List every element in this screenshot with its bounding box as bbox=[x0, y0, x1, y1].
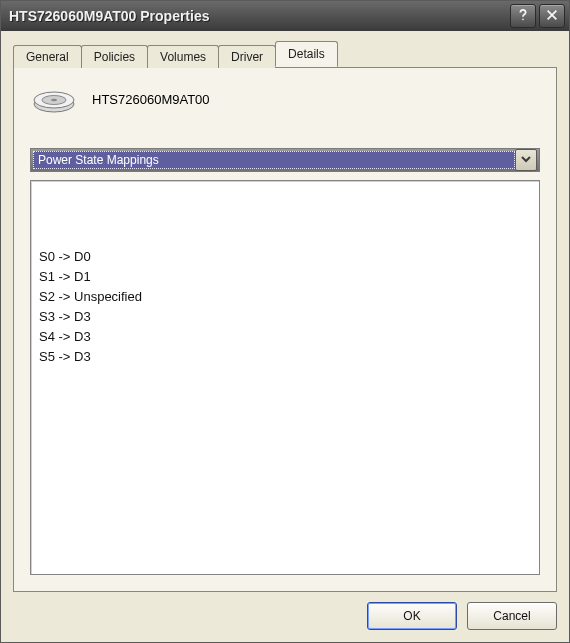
title-bar: HTS726060M9AT00 Properties bbox=[1, 1, 569, 31]
button-label: Cancel bbox=[493, 609, 530, 623]
help-icon bbox=[516, 8, 530, 25]
properties-dialog: HTS726060M9AT00 Properties General Polic… bbox=[0, 0, 570, 643]
list-item[interactable]: S4 -> D3 bbox=[39, 327, 531, 347]
tab-volumes[interactable]: Volumes bbox=[147, 45, 219, 68]
tab-label: Volumes bbox=[160, 50, 206, 64]
tab-label: Policies bbox=[94, 50, 135, 64]
list-item[interactable]: S0 -> D0 bbox=[39, 247, 531, 267]
list-item[interactable]: S3 -> D3 bbox=[39, 307, 531, 327]
tab-label: Driver bbox=[231, 50, 263, 64]
svg-point-0 bbox=[522, 18, 524, 20]
tab-details[interactable]: Details bbox=[275, 41, 338, 67]
list-item[interactable]: S5 -> D3 bbox=[39, 347, 531, 367]
dropdown-arrow-button[interactable] bbox=[515, 149, 537, 171]
disk-drive-icon bbox=[32, 84, 76, 114]
close-icon bbox=[545, 8, 559, 25]
tab-label: General bbox=[26, 50, 69, 64]
dialog-button-row: OK Cancel bbox=[13, 592, 557, 630]
device-header: HTS726060M9AT00 bbox=[30, 82, 540, 126]
ok-button[interactable]: OK bbox=[367, 602, 457, 630]
tab-label: Details bbox=[288, 47, 325, 61]
close-button[interactable] bbox=[539, 4, 565, 28]
property-dropdown[interactable]: Power State Mappings bbox=[30, 148, 540, 172]
property-values-list[interactable]: S0 -> D0S1 -> D1S2 -> UnspecifiedS3 -> D… bbox=[30, 180, 540, 575]
help-button[interactable] bbox=[510, 4, 536, 28]
client-area: General Policies Volumes Driver Details … bbox=[1, 31, 569, 642]
cancel-button[interactable]: Cancel bbox=[467, 602, 557, 630]
window-title: HTS726060M9AT00 Properties bbox=[9, 8, 507, 24]
svg-point-6 bbox=[51, 99, 57, 101]
list-item[interactable]: S1 -> D1 bbox=[39, 267, 531, 287]
button-label: OK bbox=[403, 609, 420, 623]
device-name: HTS726060M9AT00 bbox=[92, 92, 210, 107]
list-item[interactable]: S2 -> Unspecified bbox=[39, 287, 531, 307]
chevron-down-icon bbox=[521, 153, 531, 167]
property-dropdown-selected: Power State Mappings bbox=[33, 151, 515, 169]
tab-strip: General Policies Volumes Driver Details bbox=[13, 41, 557, 67]
tab-policies[interactable]: Policies bbox=[81, 45, 148, 68]
tab-general[interactable]: General bbox=[13, 45, 82, 68]
tab-driver[interactable]: Driver bbox=[218, 45, 276, 68]
tab-panel-details: HTS726060M9AT00 Power State Mappings S0 … bbox=[13, 67, 557, 592]
